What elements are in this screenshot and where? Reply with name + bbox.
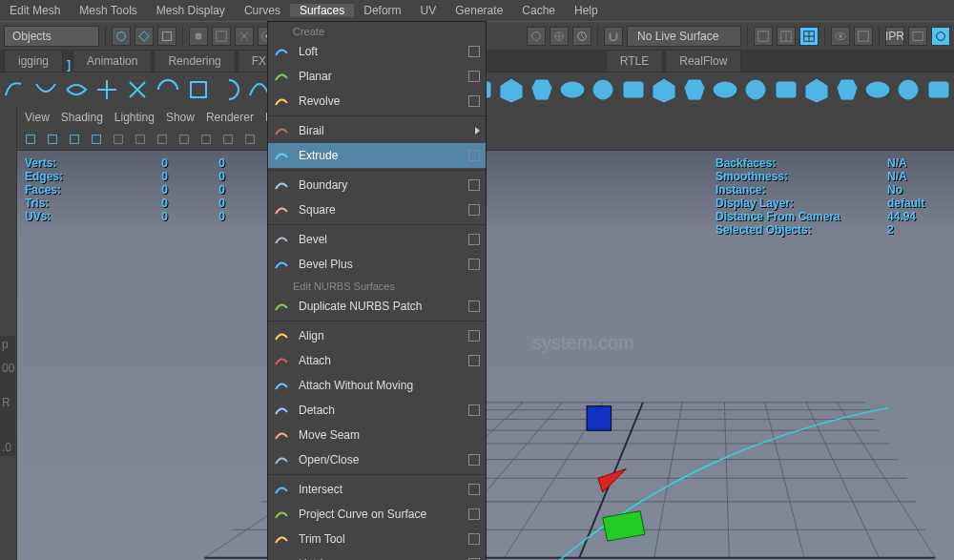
panel-tool-icon[interactable] [65, 130, 84, 149]
shelf-solid-icon[interactable] [712, 76, 738, 103]
render-view-icon[interactable] [908, 27, 927, 46]
menu-item-square[interactable]: Square [268, 197, 486, 222]
tab-animation[interactable]: Animation [73, 50, 152, 72]
menu-item-bevel[interactable]: Bevel [268, 227, 486, 252]
constraint-icon[interactable] [527, 27, 546, 46]
shelf-solid-icon[interactable] [590, 76, 616, 103]
menu-item-untrim[interactable]: Untrim [268, 551, 486, 560]
no-live-surface-dropdown[interactable]: No Live Surface [627, 26, 741, 47]
shelf-solid-icon[interactable] [895, 76, 922, 103]
menu-item-move-seam[interactable]: Move Seam [268, 423, 486, 447]
objects-dropdown[interactable]: Objects [4, 26, 99, 47]
panel-tool-icon[interactable] [197, 130, 216, 149]
menu-uv[interactable]: UV [411, 4, 446, 17]
shelf-curve-icon[interactable] [32, 76, 59, 103]
history-icon[interactable] [572, 27, 591, 46]
tab-rendering[interactable]: Rendering [154, 50, 235, 72]
menu-item-checkbox[interactable] [468, 330, 480, 342]
tool-icon[interactable] [212, 27, 231, 46]
panel-menu-view[interactable]: View [25, 111, 50, 124]
render-settings-icon[interactable] [931, 27, 950, 46]
shelf-curve-icon[interactable] [93, 76, 120, 103]
tool-icon[interactable] [157, 27, 176, 46]
menu-item-checkbox[interactable] [468, 46, 480, 57]
panel-menu-show[interactable]: Show [166, 111, 195, 124]
menu-item-open-close[interactable]: Open/Close [268, 447, 486, 472]
panel-menu-shading[interactable]: Shading [61, 111, 103, 124]
menu-deform[interactable]: Deform [354, 4, 410, 17]
menu-item-checkbox[interactable] [468, 508, 480, 520]
layout-icon[interactable] [754, 27, 773, 46]
menu-item-bevel-plus[interactable]: Bevel Plus [268, 252, 486, 277]
menu-mesh-display[interactable]: Mesh Display [147, 4, 235, 17]
menu-curves[interactable]: Curves [235, 4, 290, 17]
menu-edit-mesh[interactable]: Edit Mesh [0, 4, 70, 17]
menu-item-duplicate-nurbs-patch[interactable]: Duplicate NURBS Patch [268, 294, 486, 319]
panel-menu-renderer[interactable]: Renderer [206, 111, 254, 124]
menu-item-loft[interactable]: Loft [268, 39, 486, 64]
shelf-solid-icon[interactable] [681, 76, 708, 103]
menu-item-checkbox[interactable] [468, 150, 480, 161]
shelf-solid-icon[interactable] [773, 76, 799, 103]
menu-item-checkbox[interactable] [468, 179, 480, 191]
panel-tool-icon[interactable] [175, 130, 194, 149]
menu-cache[interactable]: Cache [512, 4, 565, 17]
shelf-solid-icon[interactable] [620, 76, 647, 103]
tab-igging[interactable]: igging [4, 50, 63, 72]
menu-item-checkbox[interactable] [468, 355, 480, 366]
menu-item-birail[interactable]: Birail [268, 118, 486, 143]
magnet-icon[interactable] [604, 27, 623, 46]
tool-icon[interactable] [235, 27, 254, 46]
menu-item-attach[interactable]: Attach [268, 348, 486, 373]
menu-item-extrude[interactable]: Extrude [268, 143, 486, 168]
menu-generate[interactable]: Generate [446, 4, 512, 17]
menu-item-trim-tool[interactable]: Trim Tool [268, 527, 486, 551]
shelf-solid-icon[interactable] [925, 76, 952, 103]
shelf-curve-icon[interactable] [124, 76, 151, 103]
menu-item-project-curve-on-surface[interactable]: Project Curve on Surface [268, 502, 486, 527]
panel-menu-lighting[interactable]: Lighting [114, 111, 155, 124]
shelf-solid-icon[interactable] [498, 76, 525, 103]
menu-item-checkbox[interactable] [468, 204, 480, 216]
panel-tool-icon[interactable] [218, 130, 238, 149]
menu-item-align[interactable]: Align [268, 323, 486, 348]
shelf-solid-icon[interactable] [742, 76, 769, 103]
tab-rtle[interactable]: RTLE [606, 50, 663, 72]
panel-tool-icon[interactable] [109, 130, 128, 149]
shelf-curve-icon[interactable] [63, 76, 90, 103]
menu-item-checkbox[interactable] [468, 234, 480, 245]
menu-item-intersect[interactable]: Intersect [268, 477, 486, 502]
shelf-solid-icon[interactable] [559, 76, 586, 103]
shelf-curve-icon[interactable] [185, 76, 212, 103]
tab-realflow[interactable]: RealFlow [665, 50, 741, 72]
render-icon[interactable] [854, 27, 873, 46]
ipr-icon[interactable]: IPR [885, 27, 904, 46]
menu-mesh-tools[interactable]: Mesh Tools [70, 4, 146, 17]
menu-surfaces[interactable]: Surfaces [290, 4, 354, 17]
panel-tool-icon[interactable] [87, 130, 106, 149]
shelf-solid-icon[interactable] [864, 76, 891, 103]
menu-item-checkbox[interactable] [468, 301, 480, 312]
panel-tool-icon[interactable] [21, 130, 40, 149]
eye-icon[interactable] [831, 27, 850, 46]
shelf-curve-icon[interactable] [216, 76, 242, 103]
layout-icon-active[interactable] [799, 27, 819, 46]
menu-item-detach[interactable]: Detach [268, 398, 486, 423]
menu-item-checkbox[interactable] [468, 484, 480, 495]
shelf-solid-icon[interactable] [529, 76, 555, 103]
menu-help[interactable]: Help [565, 4, 608, 17]
menu-item-checkbox[interactable] [468, 71, 480, 82]
tool-icon[interactable] [189, 27, 208, 46]
shelf-solid-icon[interactable] [834, 76, 861, 103]
menu-item-checkbox[interactable] [468, 259, 480, 270]
menu-item-checkbox[interactable] [468, 533, 480, 545]
menu-item-checkbox[interactable] [468, 404, 480, 416]
shelf-solid-icon[interactable] [803, 76, 830, 103]
menu-item-planar[interactable]: Planar [268, 64, 486, 89]
layout-icon[interactable] [777, 27, 796, 46]
panel-tool-icon[interactable] [153, 130, 172, 149]
menu-item-attach-without-moving[interactable]: Attach Without Moving [268, 373, 486, 398]
shelf-solid-icon[interactable] [651, 76, 677, 103]
panel-tool-icon[interactable] [240, 130, 259, 149]
menu-item-boundary[interactable]: Boundary [268, 173, 486, 197]
